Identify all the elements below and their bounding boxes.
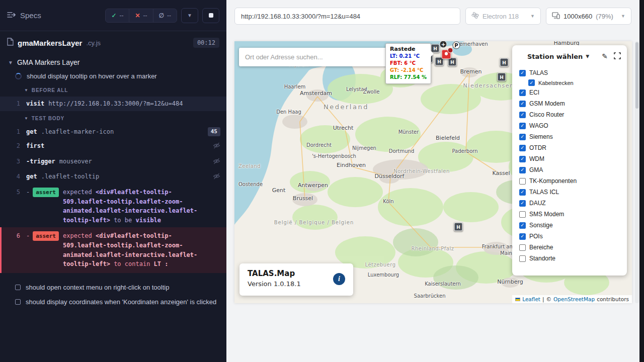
checkbox-unchecked[interactable] xyxy=(519,255,526,262)
checkbox-checked[interactable]: ✓ xyxy=(519,233,526,240)
station-filter-item[interactable]: Bereiche xyxy=(519,242,621,253)
checkbox-unchecked[interactable] xyxy=(519,178,526,185)
osm-link[interactable]: OpenStreetMap xyxy=(553,296,595,302)
checkbox-checked[interactable]: ✓ xyxy=(519,222,526,229)
station-filter-item[interactable]: ✓GMA xyxy=(519,164,621,175)
browser-name: Electron 118 xyxy=(482,13,519,20)
command-method: get xyxy=(26,172,37,182)
vertical-scrollbar[interactable] xyxy=(635,41,639,303)
window-edge xyxy=(639,0,644,362)
stat-failed: ✕-- xyxy=(129,9,153,22)
station-filter-label: DAUZ xyxy=(529,200,546,207)
stop-run-button[interactable] xyxy=(202,8,219,23)
active-test-title: should display tooltip on hover over a m… xyxy=(27,72,157,80)
edit-pencil-icon[interactable]: ✎ xyxy=(602,53,608,60)
app-window: Specs ✓-- ✕-- ∅-- ▼ gmaMarkersLayer .cy.… xyxy=(0,0,644,362)
station-filter-item[interactable]: ✓Sonstige xyxy=(519,220,621,231)
checkbox-checked[interactable]: ✓ xyxy=(519,70,526,76)
map-attribution: Leaflet | © OpenStreetMap contributors xyxy=(512,295,632,303)
station-marker[interactable]: H xyxy=(454,223,463,231)
browser-selector[interactable]: Electron 118 ▼ xyxy=(465,8,541,25)
checkbox-checked[interactable]: ✓ xyxy=(528,79,535,86)
station-filter-item[interactable]: ✓TALAS ICL xyxy=(519,187,621,198)
station-filter-label: TALAS ICL xyxy=(529,189,559,196)
invisible-element-icon xyxy=(213,141,220,152)
checkbox-checked[interactable]: ✓ xyxy=(519,167,526,173)
stat-pending: ∅-- xyxy=(153,9,177,22)
map-search-input[interactable] xyxy=(239,48,390,66)
checkbox-checked[interactable]: ✓ xyxy=(519,200,526,207)
station-filter-item[interactable]: ✓OTDR xyxy=(519,142,621,153)
fullscreen-icon[interactable] xyxy=(614,52,621,60)
before-all-section[interactable]: ▼ BEFORE ALL xyxy=(0,83,226,97)
failed-icon: ✕ xyxy=(135,12,140,19)
test-body-section[interactable]: ▼ TEST BODY xyxy=(0,111,226,125)
station-filter-item[interactable]: ✓TALAS xyxy=(519,67,621,78)
command-message: http://192.168.10.33:3000/?m=12&u=484 xyxy=(48,99,183,109)
checkbox-checked[interactable]: ✓ xyxy=(519,189,526,196)
command-row[interactable]: 3-triggermouseover xyxy=(0,154,226,170)
command-number: 1 xyxy=(0,99,26,109)
command-method: -trigger xyxy=(26,157,55,166)
command-row[interactable]: 4get.leaflet-tooltip xyxy=(0,169,226,185)
tooltip-title: Rastede xyxy=(390,46,427,52)
station-filter-item[interactable]: ✓DAUZ xyxy=(519,198,621,209)
scrollbar-thumb[interactable] xyxy=(635,42,638,109)
command-row[interactable]: 2first xyxy=(0,139,226,154)
checkbox-checked[interactable]: ✓ xyxy=(519,89,526,96)
leaflet-map[interactable]: BremerhavenHamburgBremenNiedersachsenFry… xyxy=(234,41,632,303)
station-filter-item[interactable]: TK-Komponenten xyxy=(519,175,621,187)
pending-test-row[interactable]: should open context menu on right-click … xyxy=(0,280,226,295)
checkbox-checked[interactable]: ✓ xyxy=(519,145,526,151)
collapse-all-button[interactable]: ▼ xyxy=(181,8,198,23)
specs-menu-button[interactable]: Specs xyxy=(7,11,41,20)
assert-pill: assert xyxy=(33,231,59,241)
pending-test-row[interactable]: should display coordinates when 'Koordin… xyxy=(0,295,226,309)
parking-marker[interactable]: P xyxy=(453,42,460,49)
station-marker[interactable]: H xyxy=(498,73,506,81)
station-select-label[interactable]: Station wählen xyxy=(527,53,583,60)
checkbox-checked[interactable]: ✓ xyxy=(519,101,526,107)
station-filter-item[interactable]: ✓Siemens xyxy=(519,131,621,142)
checkbox-unchecked[interactable] xyxy=(519,244,526,251)
url-bar[interactable] xyxy=(234,8,460,25)
station-filter-item[interactable]: SMS Modem xyxy=(519,209,621,220)
active-test-row[interactable]: should display tooltip on hover over a m… xyxy=(0,69,226,83)
station-panel-header: Station wählen ▼ ✎ xyxy=(519,52,621,60)
info-icon[interactable]: i xyxy=(333,273,345,285)
station-filter-item[interactable]: ✓Kabelstrecken xyxy=(528,78,621,87)
station-filter-item[interactable]: Standorte xyxy=(519,253,621,264)
station-filter-item[interactable]: ✓ECI xyxy=(519,87,621,98)
station-filter-item[interactable]: ✓POIs xyxy=(519,231,621,242)
viewport-size: 1000x660 xyxy=(564,13,592,20)
command-row[interactable]: 1get.leaflet-marker-icon45 xyxy=(0,125,226,139)
station-list: ✓TALAS✓Kabelstrecken✓ECI✓GSM Modem✓Cisco… xyxy=(519,67,621,264)
chevron-down-icon[interactable]: ▼ xyxy=(586,54,589,59)
matched-elements-badge: 45 xyxy=(208,127,220,136)
command-number: 4 xyxy=(0,172,26,182)
specs-label: Specs xyxy=(20,11,41,20)
leaflet-link[interactable]: Leaflet xyxy=(522,296,540,302)
station-filter-label: WAGO xyxy=(529,122,548,129)
station-filter-item[interactable]: ✓Cisco Router xyxy=(519,109,621,120)
checkbox-checked[interactable]: ✓ xyxy=(519,156,526,162)
chevron-down-icon: ▼ xyxy=(8,60,13,65)
tooltip-sensor-row: GT: -2.14 °C xyxy=(390,67,427,74)
viewport-icon xyxy=(552,12,560,21)
command-row[interactable]: 5-assertexpected <div#leaflet-tooltip-50… xyxy=(0,185,226,227)
suite-row[interactable]: ▼ GMA Markers Layer xyxy=(0,53,226,69)
command-row[interactable]: 6-assertexpected <div#leaflet-tooltip-50… xyxy=(0,227,226,273)
alert-marker[interactable] xyxy=(442,50,451,59)
command-row[interactable]: 1visithttp://192.168.10.33:3000/?m=12&u=… xyxy=(0,97,226,111)
checkbox-checked[interactable]: ✓ xyxy=(519,123,526,129)
checkbox-checked[interactable]: ✓ xyxy=(519,112,526,118)
viewport-selector[interactable]: 1000x660 (79%) ▼ xyxy=(546,8,631,25)
station-filter-item[interactable]: ✓WAGO xyxy=(519,120,621,131)
station-marker[interactable]: H xyxy=(500,58,509,67)
station-filter-item[interactable]: ✓GSM Modem xyxy=(519,98,621,109)
checkbox-checked[interactable]: ✓ xyxy=(519,134,526,140)
station-filter-item[interactable]: ✓WDM xyxy=(519,153,621,164)
checkbox-unchecked[interactable] xyxy=(519,211,526,218)
command-method: first xyxy=(26,141,44,151)
command-message: .leaflet-tooltip xyxy=(41,172,100,182)
